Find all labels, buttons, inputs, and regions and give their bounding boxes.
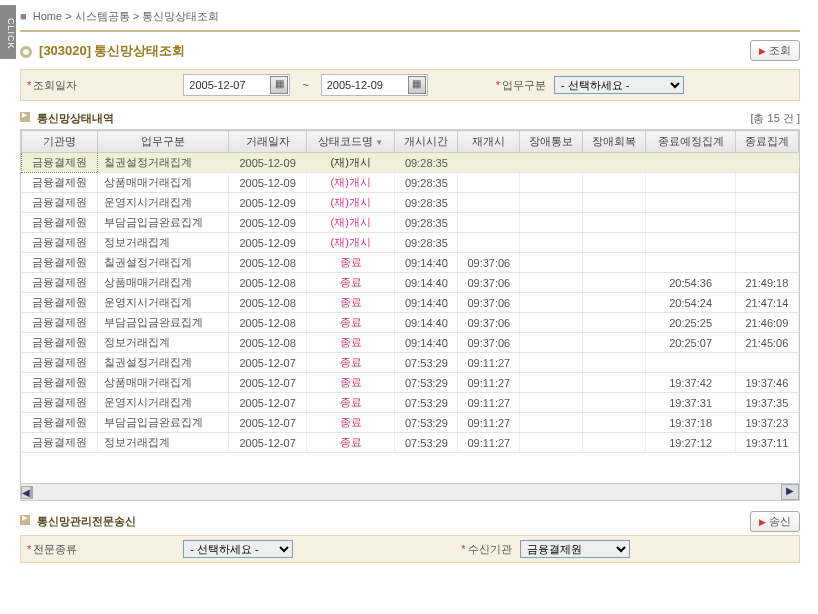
cell	[583, 353, 646, 373]
table-row[interactable]: 금융결제원칠권설정거래집계2005-12-09(재)개시09:28:35	[22, 153, 799, 173]
table-row[interactable]: 금융결제원칠권설정거래집계2005-12-08종료09:14:4009:37:0…	[22, 253, 799, 273]
status-grid[interactable]: 기관명업무구분거래일자상태코드명 ▼개시시간재개시장애통보장애회복종료예정집계종…	[21, 130, 799, 453]
cell: 09:14:40	[395, 273, 458, 293]
cell: 금융결제원	[22, 193, 98, 213]
section-list-title: 통신망상태내역	[37, 112, 114, 124]
cell: 09:28:35	[395, 173, 458, 193]
cell: 정보거래집계	[98, 333, 229, 353]
play-icon: ▶	[759, 517, 766, 527]
cell: 07:53:29	[395, 353, 458, 373]
col-header[interactable]: 상태코드명 ▼	[307, 131, 395, 153]
cell	[583, 153, 646, 173]
cell: (재)개시	[307, 153, 395, 173]
table-row[interactable]: 금융결제원상품매매거래집계2005-12-08종료09:14:4009:37:0…	[22, 273, 799, 293]
col-header[interactable]: 기관명	[22, 131, 98, 153]
cell: 종료	[307, 413, 395, 433]
date-to-input[interactable]	[323, 77, 406, 93]
crumb-menu1[interactable]: 시스템공통	[75, 10, 130, 22]
table-row[interactable]: 금융결제원운영지시거래집계2005-12-07종료07:53:2909:11:2…	[22, 393, 799, 413]
cell: 상품매매거래집계	[98, 173, 229, 193]
required-icon: *	[461, 543, 465, 555]
filter-bar: *조회일자 ▦ ~ ▦ *업무구분 - 선택하세요 -	[20, 69, 800, 101]
table-row[interactable]: 금융결제원정보거래집계2005-12-08종료09:14:4009:37:062…	[22, 333, 799, 353]
cell: 19:37:46	[735, 373, 798, 393]
cell	[583, 373, 646, 393]
scroll-thumb[interactable]	[31, 486, 33, 499]
table-row[interactable]: 금융결제원칠권설정거래집계2005-12-07종료07:53:2909:11:2…	[22, 353, 799, 373]
cell: 칠권설정거래집계	[98, 153, 229, 173]
table-row[interactable]: 금융결제원운영지시거래집계2005-12-09(재)개시09:28:35	[22, 193, 799, 213]
cell: 금융결제원	[22, 273, 98, 293]
col-header[interactable]: 거래일자	[229, 131, 307, 153]
cell	[583, 313, 646, 333]
cell	[583, 413, 646, 433]
cell: 종료	[307, 393, 395, 413]
table-row[interactable]: 금융결제원정보거래집계2005-12-09(재)개시09:28:35	[22, 233, 799, 253]
cell: 2005-12-08	[229, 313, 307, 333]
cell: 19:27:12	[646, 433, 735, 453]
required-icon: *	[27, 79, 31, 91]
col-header[interactable]: 장애회복	[583, 131, 646, 153]
cell	[458, 213, 520, 233]
cell	[520, 253, 583, 273]
cell	[735, 233, 798, 253]
col-header[interactable]: 종료예정집계	[646, 131, 735, 153]
cell: 상품매매거래집계	[98, 273, 229, 293]
crumb-home[interactable]: Home	[33, 10, 62, 22]
col-header[interactable]: 장애통보	[520, 131, 583, 153]
cell: 2005-12-07	[229, 393, 307, 413]
col-header[interactable]: 종료집계	[735, 131, 798, 153]
cell	[458, 233, 520, 253]
biz-select[interactable]: - 선택하세요 -	[554, 76, 684, 94]
crumb-sep: >	[133, 10, 139, 22]
cell: 2005-12-09	[229, 193, 307, 213]
col-header[interactable]: 개시시간	[395, 131, 458, 153]
table-row[interactable]: 금융결제원상품매매거래집계2005-12-07종료07:53:2909:11:2…	[22, 373, 799, 393]
cell: 종료	[307, 273, 395, 293]
cell: 20:54:36	[646, 273, 735, 293]
calendar-icon[interactable]: ▦	[270, 76, 288, 94]
cell	[735, 213, 798, 233]
recv-select[interactable]: 금융결제원	[520, 540, 630, 558]
cell: 09:14:40	[395, 313, 458, 333]
table-row[interactable]: 금융결제원운영지시거래집계2005-12-08종료09:14:4009:37:0…	[22, 293, 799, 313]
col-header[interactable]: 재개시	[458, 131, 520, 153]
col-header[interactable]: 업무구분	[98, 131, 229, 153]
search-button[interactable]: ▶ 조회	[750, 40, 800, 61]
table-row[interactable]: 금융결제원상품매매거래집계2005-12-09(재)개시09:28:35	[22, 173, 799, 193]
cell: 2005-12-08	[229, 273, 307, 293]
msg-type-select[interactable]: - 선택하세요 -	[183, 540, 293, 558]
count-value: 15	[768, 112, 780, 124]
crumb-menu2[interactable]: 통신망상태조회	[142, 10, 219, 22]
cell: 종료	[307, 353, 395, 373]
side-click-tab[interactable]: CLICK	[0, 5, 16, 59]
cell	[520, 213, 583, 233]
scroll-right-icon[interactable]: ▶	[781, 484, 799, 500]
cell	[583, 193, 646, 213]
cell: 금융결제원	[22, 213, 98, 233]
cell: 부담금입금완료집계	[98, 213, 229, 233]
date-from-input[interactable]	[185, 77, 268, 93]
send-button[interactable]: ▶ 송신	[750, 511, 800, 532]
table-row[interactable]: 금융결제원정보거래집계2005-12-07종료07:53:2909:11:271…	[22, 433, 799, 453]
table-row[interactable]: 금융결제원부담금입금완료집계2005-12-09(재)개시09:28:35	[22, 213, 799, 233]
calendar-icon[interactable]: ▦	[408, 76, 426, 94]
horizontal-scrollbar[interactable]: ◀ ▶	[21, 483, 799, 500]
cell	[520, 173, 583, 193]
cell: 상품매매거래집계	[98, 373, 229, 393]
cell	[583, 253, 646, 273]
cell: 금융결제원	[22, 353, 98, 373]
cell: 금융결제원	[22, 393, 98, 413]
table-row[interactable]: 금융결제원부담금입금완료집계2005-12-08종료09:14:4009:37:…	[22, 313, 799, 333]
cell: 09:11:27	[458, 353, 520, 373]
cell: 금융결제원	[22, 253, 98, 273]
cell	[646, 233, 735, 253]
cell	[520, 153, 583, 173]
cell: (재)개시	[307, 213, 395, 233]
cell	[520, 233, 583, 253]
cell	[735, 353, 798, 373]
scroll-left-icon[interactable]: ◀	[21, 486, 31, 499]
table-row[interactable]: 금융결제원부담금입금완료집계2005-12-07종료07:53:2909:11:…	[22, 413, 799, 433]
search-button-label: 조회	[769, 43, 791, 58]
cell: 09:37:06	[458, 333, 520, 353]
